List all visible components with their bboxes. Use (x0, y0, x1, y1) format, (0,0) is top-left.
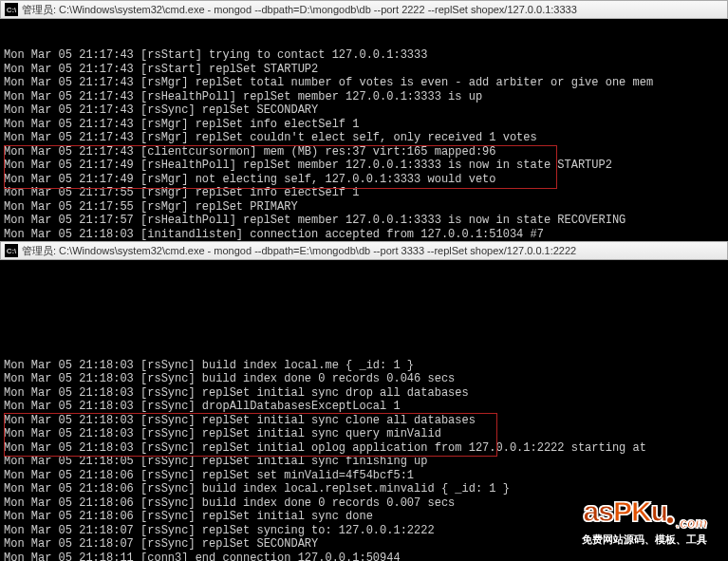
console-line: Mon Mar 05 21:18:03 [rsSync] replSet ini… (4, 414, 724, 428)
console-line: Mon Mar 05 21:17:49 [rsMgr] not electing… (4, 173, 724, 187)
console-line: Mon Mar 05 21:18:06 [rsSync] replSet ini… (4, 510, 724, 524)
console-line: Mon Mar 05 21:17:43 [rsMgr] replSet coul… (4, 131, 724, 145)
console-line: Mon Mar 05 21:17:43 [rsStart] trying to … (4, 48, 724, 63)
window2-title-text: 管理员: C:\Windows\system32\cmd.exe - mongo… (22, 244, 576, 258)
console-line: Mon Mar 05 21:18:03 [rsSync] replSet ini… (4, 386, 724, 401)
console1-output[interactable]: Mon Mar 05 21:17:43 [rsStart] trying to … (0, 19, 728, 241)
console-line: Mon Mar 05 21:18:03 [rsSync] build index… (4, 372, 724, 386)
console-line: Mon Mar 05 21:17:43 [rsSync] replSet SEC… (4, 103, 724, 118)
console-line: Mon Mar 05 21:17:55 [rsMgr] replSet PRIM… (4, 200, 724, 215)
console-line: Mon Mar 05 21:17:43 [rsStart] replSet ST… (4, 63, 724, 77)
console-line: Mon Mar 05 21:18:06 [rsSync] replSet set… (4, 469, 724, 483)
console-line: Mon Mar 05 21:18:03 [rsSync] dropAllData… (4, 400, 724, 414)
console-line: Mon Mar 05 21:17:55 [rsMgr] replSet info… (4, 186, 724, 200)
console-line: Mon Mar 05 21:17:43 [clientcursormon] me… (4, 145, 724, 159)
watermark-dot-icon (665, 515, 675, 525)
window2-title-bar: C:\ 管理员: C:\Windows\system32\cmd.exe - m… (0, 241, 728, 260)
console-line: Mon Mar 05 21:18:03 [initandlisten] conn… (4, 228, 724, 242)
console-line: Mon Mar 05 21:18:07 [rsSync] replSet syn… (4, 524, 724, 538)
console-line: Mon Mar 05 21:17:43 [rsMgr] replSet info… (4, 118, 724, 132)
window1-title-text: 管理员: C:\Windows\system32\cmd.exe - mongo… (22, 3, 577, 17)
console-line: Mon Mar 05 21:18:06 [rsSync] build index… (4, 482, 724, 496)
console-line: Mon Mar 05 21:18:03 [rsSync] replSet ini… (4, 441, 724, 456)
console-line: Mon Mar 05 21:18:07 [rsSync] replSet SEC… (4, 537, 724, 552)
console-line: Mon Mar 05 21:17:49 [rsHealthPoll] replS… (4, 159, 724, 173)
cmd-icon: C:\ (5, 3, 18, 16)
cmd-icon: C:\ (5, 244, 18, 257)
window1-title-bar: C:\ 管理员: C:\Windows\system32\cmd.exe - m… (0, 0, 728, 19)
console-line: Mon Mar 05 21:18:03 [rsSync] build index… (4, 359, 724, 373)
console-line: Mon Mar 05 21:17:57 [rsHealthPoll] replS… (4, 214, 724, 228)
console2-output[interactable]: asPKu .com 免费网站源码、模板、工具 Mon Mar 05 21:18… (0, 260, 728, 561)
console-line: Mon Mar 05 21:18:11 [conn3] end connecti… (4, 552, 724, 562)
console-line: Mon Mar 05 21:17:43 [rsMgr] replSet tota… (4, 76, 724, 90)
console-line: Mon Mar 05 21:18:05 [rsSync] replSet ini… (4, 455, 724, 469)
console-line: Mon Mar 05 21:18:03 [rsSync] replSet ini… (4, 427, 724, 441)
console-line: Mon Mar 05 21:18:06 [rsSync] build index… (4, 496, 724, 511)
console-line: Mon Mar 05 21:17:43 [rsHealthPoll] replS… (4, 90, 724, 104)
